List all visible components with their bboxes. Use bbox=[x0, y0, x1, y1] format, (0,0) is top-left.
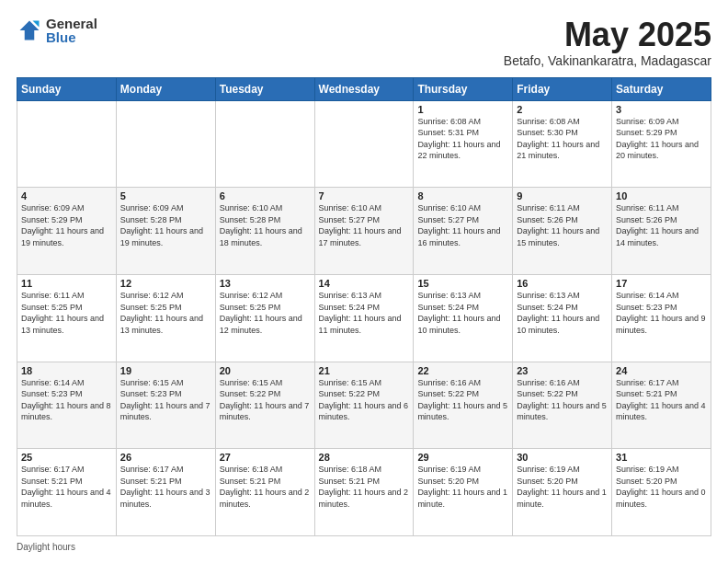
calendar-day: 8Sunrise: 6:10 AM Sunset: 5:27 PM Daylig… bbox=[414, 188, 513, 275]
header: General Blue May 2025 Betafo, Vakinankar… bbox=[17, 17, 711, 68]
day-info: Sunrise: 6:16 AM Sunset: 5:22 PM Dayligh… bbox=[517, 377, 608, 423]
calendar-day: 20Sunrise: 6:15 AM Sunset: 5:22 PM Dayli… bbox=[215, 362, 314, 449]
footer-label: Daylight hours bbox=[17, 542, 75, 552]
day-number: 20 bbox=[220, 365, 311, 376]
day-number: 28 bbox=[319, 452, 410, 463]
calendar-day: 24Sunrise: 6:17 AM Sunset: 5:21 PM Dayli… bbox=[612, 362, 711, 449]
calendar-week-3: 11Sunrise: 6:11 AM Sunset: 5:25 PM Dayli… bbox=[17, 274, 711, 362]
day-number: 24 bbox=[616, 365, 707, 376]
calendar-day: 27Sunrise: 6:18 AM Sunset: 5:21 PM Dayli… bbox=[215, 449, 314, 536]
day-info: Sunrise: 6:11 AM Sunset: 5:26 PM Dayligh… bbox=[517, 202, 608, 248]
day-info: Sunrise: 6:13 AM Sunset: 5:24 PM Dayligh… bbox=[517, 290, 608, 336]
col-friday: Friday bbox=[513, 77, 612, 100]
logo-blue-text: Blue bbox=[46, 30, 97, 44]
day-number: 2 bbox=[517, 104, 608, 115]
day-info: Sunrise: 6:12 AM Sunset: 5:25 PM Dayligh… bbox=[120, 290, 211, 336]
day-number: 31 bbox=[616, 452, 707, 463]
calendar-week-5: 25Sunrise: 6:17 AM Sunset: 5:21 PM Dayli… bbox=[17, 449, 711, 536]
calendar-day: 25Sunrise: 6:17 AM Sunset: 5:21 PM Dayli… bbox=[17, 449, 117, 536]
day-info: Sunrise: 6:13 AM Sunset: 5:24 PM Dayligh… bbox=[417, 290, 508, 336]
day-number: 14 bbox=[319, 278, 410, 289]
day-info: Sunrise: 6:09 AM Sunset: 5:29 PM Dayligh… bbox=[21, 202, 112, 248]
calendar-day: 2Sunrise: 6:08 AM Sunset: 5:30 PM Daylig… bbox=[513, 100, 612, 188]
calendar-day: 29Sunrise: 6:19 AM Sunset: 5:20 PM Dayli… bbox=[414, 449, 513, 536]
day-number: 6 bbox=[220, 190, 311, 201]
col-saturday: Saturday bbox=[612, 77, 711, 100]
day-number: 21 bbox=[319, 365, 410, 376]
day-info: Sunrise: 6:11 AM Sunset: 5:26 PM Dayligh… bbox=[616, 202, 707, 248]
day-info: Sunrise: 6:11 AM Sunset: 5:25 PM Dayligh… bbox=[21, 290, 112, 336]
day-number: 8 bbox=[417, 190, 508, 201]
col-thursday: Thursday bbox=[414, 77, 513, 100]
day-info: Sunrise: 6:15 AM Sunset: 5:22 PM Dayligh… bbox=[319, 377, 410, 423]
day-number: 1 bbox=[417, 104, 508, 115]
calendar-day: 21Sunrise: 6:15 AM Sunset: 5:22 PM Dayli… bbox=[314, 362, 414, 449]
day-info: Sunrise: 6:15 AM Sunset: 5:23 PM Dayligh… bbox=[120, 377, 211, 423]
day-number: 12 bbox=[120, 278, 211, 289]
day-number: 29 bbox=[417, 452, 508, 463]
day-info: Sunrise: 6:19 AM Sunset: 5:20 PM Dayligh… bbox=[417, 464, 508, 510]
day-number: 18 bbox=[21, 365, 112, 376]
day-info: Sunrise: 6:17 AM Sunset: 5:21 PM Dayligh… bbox=[616, 377, 707, 423]
footer: Daylight hours bbox=[17, 542, 711, 552]
calendar-day: 7Sunrise: 6:10 AM Sunset: 5:27 PM Daylig… bbox=[314, 188, 414, 275]
calendar-day: 3Sunrise: 6:09 AM Sunset: 5:29 PM Daylig… bbox=[612, 100, 711, 188]
day-info: Sunrise: 6:14 AM Sunset: 5:23 PM Dayligh… bbox=[21, 377, 112, 423]
title-month: May 2025 bbox=[504, 17, 711, 53]
day-info: Sunrise: 6:16 AM Sunset: 5:22 PM Dayligh… bbox=[417, 377, 508, 423]
day-number: 19 bbox=[120, 365, 211, 376]
calendar-day bbox=[215, 100, 314, 188]
calendar-day bbox=[314, 100, 414, 188]
calendar-day: 17Sunrise: 6:14 AM Sunset: 5:23 PM Dayli… bbox=[612, 274, 711, 362]
day-number: 26 bbox=[120, 452, 211, 463]
day-info: Sunrise: 6:18 AM Sunset: 5:21 PM Dayligh… bbox=[319, 464, 410, 510]
day-info: Sunrise: 6:17 AM Sunset: 5:21 PM Dayligh… bbox=[21, 464, 112, 510]
day-info: Sunrise: 6:12 AM Sunset: 5:25 PM Dayligh… bbox=[220, 290, 311, 336]
day-info: Sunrise: 6:19 AM Sunset: 5:20 PM Dayligh… bbox=[616, 464, 707, 510]
title-location: Betafo, Vakinankaratra, Madagascar bbox=[504, 53, 711, 68]
calendar-day: 9Sunrise: 6:11 AM Sunset: 5:26 PM Daylig… bbox=[513, 188, 612, 275]
day-info: Sunrise: 6:10 AM Sunset: 5:28 PM Dayligh… bbox=[220, 202, 311, 248]
col-wednesday: Wednesday bbox=[314, 77, 414, 100]
calendar-day: 26Sunrise: 6:17 AM Sunset: 5:21 PM Dayli… bbox=[116, 449, 215, 536]
day-info: Sunrise: 6:09 AM Sunset: 5:29 PM Dayligh… bbox=[616, 116, 707, 162]
logo-text: General Blue bbox=[46, 17, 97, 44]
calendar-day: 11Sunrise: 6:11 AM Sunset: 5:25 PM Dayli… bbox=[17, 274, 117, 362]
calendar-day bbox=[17, 100, 117, 188]
day-info: Sunrise: 6:08 AM Sunset: 5:31 PM Dayligh… bbox=[417, 116, 508, 162]
calendar-day: 4Sunrise: 6:09 AM Sunset: 5:29 PM Daylig… bbox=[17, 188, 117, 275]
calendar-day: 10Sunrise: 6:11 AM Sunset: 5:26 PM Dayli… bbox=[612, 188, 711, 275]
page: General Blue May 2025 Betafo, Vakinankar… bbox=[0, 0, 728, 563]
day-info: Sunrise: 6:10 AM Sunset: 5:27 PM Dayligh… bbox=[319, 202, 410, 248]
day-number: 22 bbox=[417, 365, 508, 376]
day-number: 16 bbox=[517, 278, 608, 289]
logo-general: General bbox=[46, 17, 97, 30]
day-info: Sunrise: 6:18 AM Sunset: 5:21 PM Dayligh… bbox=[220, 464, 311, 510]
day-number: 30 bbox=[517, 452, 608, 463]
calendar-week-2: 4Sunrise: 6:09 AM Sunset: 5:29 PM Daylig… bbox=[17, 188, 711, 275]
day-number: 3 bbox=[616, 104, 707, 115]
calendar-day: 23Sunrise: 6:16 AM Sunset: 5:22 PM Dayli… bbox=[513, 362, 612, 449]
calendar-day: 6Sunrise: 6:10 AM Sunset: 5:28 PM Daylig… bbox=[215, 188, 314, 275]
day-number: 11 bbox=[21, 278, 112, 289]
day-number: 15 bbox=[417, 278, 508, 289]
day-info: Sunrise: 6:10 AM Sunset: 5:27 PM Dayligh… bbox=[417, 202, 508, 248]
col-sunday: Sunday bbox=[17, 77, 117, 100]
day-info: Sunrise: 6:14 AM Sunset: 5:23 PM Dayligh… bbox=[616, 290, 707, 336]
calendar-day: 14Sunrise: 6:13 AM Sunset: 5:24 PM Dayli… bbox=[314, 274, 414, 362]
day-info: Sunrise: 6:17 AM Sunset: 5:21 PM Dayligh… bbox=[120, 464, 211, 510]
day-number: 13 bbox=[220, 278, 311, 289]
col-tuesday: Tuesday bbox=[215, 77, 314, 100]
day-number: 17 bbox=[616, 278, 707, 289]
calendar-table: Sunday Monday Tuesday Wednesday Thursday… bbox=[17, 77, 711, 536]
logo: General Blue bbox=[17, 17, 97, 44]
day-number: 4 bbox=[21, 190, 112, 201]
day-number: 7 bbox=[319, 190, 410, 201]
calendar-header-row: Sunday Monday Tuesday Wednesday Thursday… bbox=[17, 77, 711, 100]
calendar-day: 5Sunrise: 6:09 AM Sunset: 5:28 PM Daylig… bbox=[116, 188, 215, 275]
day-number: 5 bbox=[120, 190, 211, 201]
day-info: Sunrise: 6:15 AM Sunset: 5:22 PM Dayligh… bbox=[220, 377, 311, 423]
calendar-day bbox=[116, 100, 215, 188]
day-number: 27 bbox=[220, 452, 311, 463]
calendar-week-4: 18Sunrise: 6:14 AM Sunset: 5:23 PM Dayli… bbox=[17, 362, 711, 449]
